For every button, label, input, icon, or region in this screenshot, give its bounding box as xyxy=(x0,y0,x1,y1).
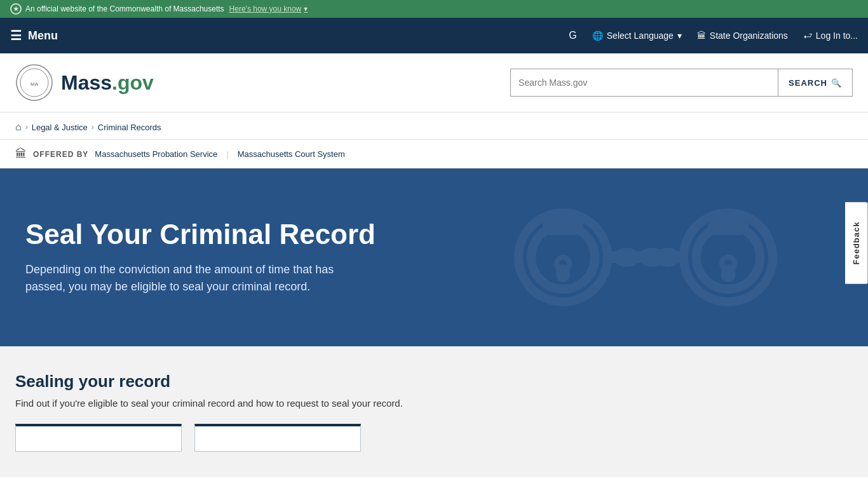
login-icon: ⮐ xyxy=(803,30,812,41)
ma-seal-icon: ★ xyxy=(10,3,22,15)
feedback-button[interactable]: Feedback xyxy=(845,202,868,285)
offered-by-label: OFFERED BY xyxy=(33,150,88,159)
search-icon: 🔍 xyxy=(831,78,842,88)
breadcrumb-criminal-records: Criminal Records xyxy=(98,123,161,132)
probation-service-link[interactable]: Massachusetts Probation Service xyxy=(95,149,217,159)
chevron-down-icon: ▾ xyxy=(304,4,308,13)
offered-by-divider: | xyxy=(226,149,228,159)
select-language-label: Select Language xyxy=(607,30,674,41)
banner-official-text: ★ An official website of the Commonwealt… xyxy=(10,3,224,15)
content-card-1[interactable] xyxy=(15,424,182,452)
hamburger-icon: ☰ xyxy=(10,28,22,43)
breadcrumb-sep-1: › xyxy=(25,123,28,132)
search-label: SEARCH xyxy=(789,78,827,88)
content-area: Sealing your record Find out if you're e… xyxy=(0,346,868,477)
globe-icon: 🌐 xyxy=(592,30,603,41)
menu-button[interactable]: ☰ Menu xyxy=(10,28,58,43)
how-you-know-link[interactable]: Here's how you know ▾ xyxy=(229,4,308,13)
building-icon: 🏛 xyxy=(697,30,706,41)
mass-gov-text: Mass.gov xyxy=(61,71,154,95)
log-in-label: Log In to... xyxy=(816,30,858,41)
hero-subtitle: Depending on the conviction and the amou… xyxy=(25,261,356,295)
court-system-link[interactable]: Massachusetts Court System xyxy=(238,149,345,159)
breadcrumb: ⌂ › Legal & Justice › Criminal Records xyxy=(0,112,868,140)
mass-gov-logo[interactable]: MA Mass.gov xyxy=(15,64,154,102)
feedback-tab-wrapper: Feedback xyxy=(845,202,868,287)
seal-svg: MA xyxy=(15,64,53,102)
svg-text:MA: MA xyxy=(31,81,39,87)
search-input[interactable] xyxy=(511,69,778,96)
select-language-button[interactable]: 🌐 Select Language ▾ xyxy=(592,30,682,41)
banner-text: An official website of the Commonwealth … xyxy=(25,4,224,13)
header-area: MA Mass.gov SEARCH 🔍 xyxy=(0,53,868,112)
google-translate-button[interactable]: G xyxy=(569,30,576,41)
content-cards xyxy=(15,424,853,452)
how-you-know-text: Here's how you know xyxy=(229,4,302,13)
hero-content: Seal Your Criminal Record Depending on t… xyxy=(0,194,401,321)
breadcrumb-home-icon[interactable]: ⌂ xyxy=(15,121,22,133)
breadcrumb-legal-justice[interactable]: Legal & Justice xyxy=(32,123,88,132)
nav-right-items: G 🌐 Select Language ▾ 🏛 State Organizati… xyxy=(569,30,858,41)
offered-by-area: 🏛 OFFERED BY Massachusetts Probation Ser… xyxy=(0,140,868,168)
content-card-2[interactable] xyxy=(194,424,361,452)
search-button[interactable]: SEARCH 🔍 xyxy=(778,69,852,96)
menu-label: Menu xyxy=(28,29,58,43)
hero-title: Seal Your Criminal Record xyxy=(25,219,376,250)
content-title: Sealing your record xyxy=(15,372,853,391)
log-in-button[interactable]: ⮐ Log In to... xyxy=(803,30,858,41)
language-chevron-icon: ▾ xyxy=(677,30,682,41)
building-offered-icon: 🏛 xyxy=(15,147,27,161)
search-bar: SEARCH 🔍 xyxy=(510,69,853,97)
nav-bar: ☰ Menu G 🌐 Select Language ▾ 🏛 State Org… xyxy=(0,18,868,53)
hero-section: Seal Your Criminal Record Depending on t… xyxy=(0,168,868,346)
state-organizations-label: State Organizations xyxy=(710,30,788,41)
state-organizations-button[interactable]: 🏛 State Organizations xyxy=(697,30,788,41)
content-description: Find out if you're eligible to seal your… xyxy=(15,398,853,409)
official-banner: ★ An official website of the Commonwealt… xyxy=(0,0,868,18)
translate-google-icon: G xyxy=(569,30,576,41)
breadcrumb-sep-2: › xyxy=(92,123,94,132)
